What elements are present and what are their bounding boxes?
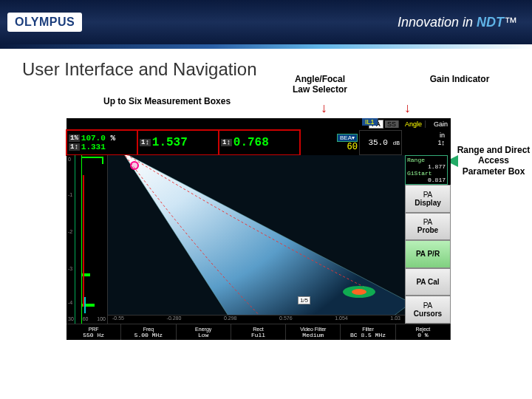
btn-line2: Display (415, 199, 441, 207)
measurement-box-1[interactable]: 1%107.0 % 1↨1.331 (66, 130, 137, 155)
depth-icon: 1↨ (221, 139, 232, 146)
btn-line1: PA (423, 191, 433, 199)
cursor-origin-icon[interactable] (130, 161, 139, 170)
bot-label: Video Filter (300, 327, 326, 332)
btn-line1: PA Cal (416, 278, 439, 286)
bot-label: Filter (362, 327, 374, 332)
sidebar-btn-pa-pr[interactable]: PA P/R (405, 240, 451, 268)
annot-measurement-boxes: Up to Six Measurement Boxes (103, 96, 231, 106)
param-value: 0.817 (407, 177, 446, 183)
botcell-prf[interactable]: PRF550 Hz (66, 324, 121, 340)
btn-line1: PA P/R (416, 250, 440, 258)
angle-selector-dropdown[interactable]: BEA▾ (337, 134, 358, 142)
tick-label: 0.576 (279, 316, 293, 324)
meas-unit: % (110, 134, 115, 143)
gate-icon: 1% (69, 134, 80, 142)
annot-param-box: Range and Direct Access Parameter Box (457, 145, 531, 177)
meas-value: 1.537 (152, 136, 188, 149)
sidebar-btn-pa-cal[interactable]: PA Cal (405, 268, 451, 296)
tick-label: 0.298 (224, 316, 237, 324)
measurement-box-3[interactable]: 1↨0.768 (219, 130, 300, 155)
tick-label: 1.054 (335, 316, 348, 324)
a-scan-bottom-axis: 30 60 100 (66, 316, 107, 324)
botcell-freq[interactable]: Freq5.00 MHz (121, 324, 176, 340)
tick-label: 100 (97, 316, 106, 324)
measurement-box-2[interactable]: 1↨1.537 (137, 130, 219, 155)
bot-label: Energy (195, 327, 211, 332)
meas-value: 107.0 (81, 134, 106, 143)
bot-label: PRF (89, 327, 99, 332)
meas-value: 1.331 (81, 143, 106, 151)
tick-label: 60 (83, 316, 89, 324)
range-parameter-box[interactable]: Range 1.877 G1Start 0.817 (405, 155, 448, 185)
sector-scan-display[interactable]: -0.55 -0.280 0.298 0.576 1.054 1.03 1/5 (108, 155, 405, 324)
tick-label: 0 (68, 157, 71, 162)
botcell-energy[interactable]: EnergyLow (177, 324, 231, 340)
gain-unit: dB (392, 140, 400, 146)
bot-value: Full (251, 332, 265, 338)
ss-mode-tab[interactable]: SS (385, 120, 399, 128)
device-top-strip: IL1 PA SS Angle Gain (66, 118, 451, 130)
a-scan-trace (77, 155, 106, 324)
bot-value: Low (198, 332, 208, 338)
device-main: 0 -1 -2 -3 -4 30 60 100 (66, 155, 451, 324)
param-label: G1Start (407, 170, 446, 177)
gain-indicator-box[interactable]: 35.0 dB (359, 130, 402, 155)
sidebar-btn-pa-probe[interactable]: PAProbe (405, 213, 451, 241)
depth-icon: 1↨ (140, 139, 151, 146)
svg-point-1 (352, 289, 366, 295)
angle-label: Angle (402, 120, 426, 128)
device-screen: IL1 PA SS Angle Gain 1%107.0 % 1↨1.331 1… (66, 118, 451, 340)
arrow-icon: ↓ (321, 100, 327, 116)
botcell-rect[interactable]: RectFull (231, 324, 286, 340)
tick-label: 30 (68, 316, 74, 324)
gain-label: Gain (426, 120, 451, 128)
tagline-brand: NDT (477, 15, 504, 30)
measurement-row: 1%107.0 % 1↨1.331 1↨1.537 1↨0.768 BEA▾ 6… (66, 130, 451, 155)
bot-value: 550 Hz (83, 332, 104, 338)
tick-label: -2 (68, 229, 72, 234)
brand-header: OLYMPUS Innovation in NDT™ (0, 0, 532, 44)
sector-axis: -0.55 -0.280 0.298 0.576 1.054 1.03 (108, 315, 405, 324)
tagline: Innovation in NDT™ (398, 15, 517, 30)
trademark: ™ (504, 15, 517, 30)
il-tab: IL1 (362, 118, 378, 126)
gain-value: 35.0 (368, 138, 387, 147)
tick-label: -0.280 (167, 316, 182, 324)
sidebar-btn-pa-display[interactable]: PADisplay (405, 185, 451, 213)
botcell-video-filter[interactable]: Video FilterMedium (286, 324, 341, 340)
logo-text: OLYMPUS (15, 16, 75, 28)
meas-value: 0.768 (233, 136, 269, 149)
bot-label: Rect (253, 327, 263, 332)
a-scan-axis (66, 155, 75, 324)
botcell-reject[interactable]: Reject0 % (396, 324, 451, 340)
bot-value: BC 8.5 MHz (350, 332, 386, 338)
annot-angle-selector: Angle/Focal Law Selector (287, 74, 353, 95)
tick-label: 1.03 (390, 316, 400, 324)
angle-value: 60 (347, 142, 358, 152)
a-scan-strip[interactable]: 0 -1 -2 -3 -4 30 60 100 (66, 155, 108, 324)
sidebar-menu: PADisplay PAProbe PA P/R PA Cal PACursor… (405, 185, 451, 324)
tagline-prefix: Innovation in (398, 15, 477, 30)
sidebar-btn-pa-cursors[interactable]: PACursors (405, 296, 451, 324)
param-label: Range (407, 157, 446, 163)
arrow-icon: ↓ (404, 100, 411, 116)
annot-gain-indicator: Gain Indicator (423, 74, 497, 84)
param-value: 1.877 (407, 163, 446, 170)
bot-value: 0 % (417, 332, 428, 338)
tick-label: -4 (68, 300, 72, 305)
index-label: 1↨ (437, 139, 445, 146)
device-bottom-bar: PRF550 Hz Freq5.00 MHz EnergyLow RectFul… (66, 324, 451, 340)
btn-line2: Cursors (414, 310, 442, 318)
tick-label: -0.55 (112, 316, 124, 324)
logo: OLYMPUS (7, 13, 82, 32)
botcell-filter[interactable]: FilterBC 8.5 MHz (341, 324, 395, 340)
btn-line2: Probe (417, 226, 438, 234)
sector-wedge (108, 155, 405, 324)
tick-label: -1 (68, 192, 72, 197)
tick-label: -3 (68, 266, 72, 271)
page-indicator: 1/5 (298, 296, 310, 304)
btn-line1: PA (423, 301, 433, 310)
bot-label: Freq (143, 327, 154, 332)
unit-label: in (440, 132, 445, 139)
